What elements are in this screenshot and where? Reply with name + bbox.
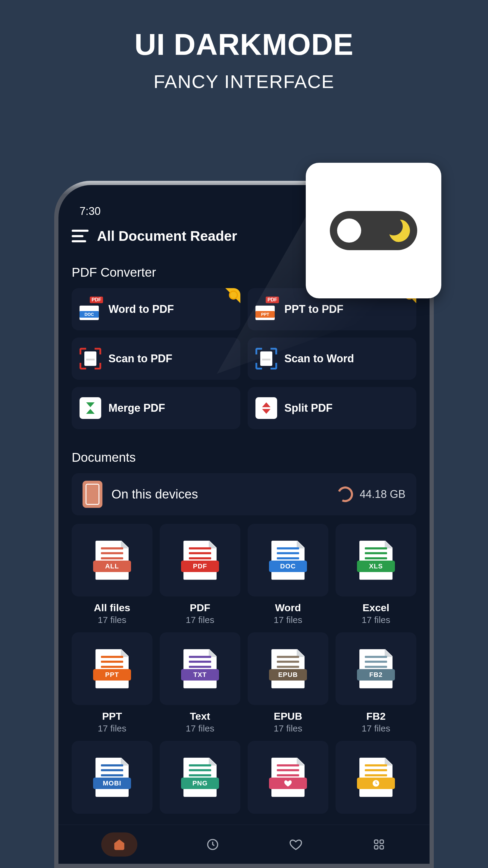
doc-name: EPUB [274,710,302,722]
doc-type-DOC[interactable]: DOCWord17 files [248,524,328,625]
device-storage-card[interactable]: On this devices 44.18 GB [72,473,416,516]
converter-label: Word to PDF [108,303,174,315]
doc-tile: PPT [72,632,153,705]
file-icon [359,758,392,797]
svg-rect-6 [380,845,384,849]
converter-label: Split PDF [284,402,332,414]
converter-card-split-pdf[interactable]: Split PDF [248,387,416,429]
premium-coin-icon [229,290,238,300]
menu-icon[interactable] [72,230,89,242]
device-icon [83,481,102,508]
doc-name: PDF [190,602,210,614]
documents-section-title: Documents [72,450,416,465]
device-label: On this devices [111,487,198,501]
file-icon: ALL [96,541,129,580]
doc-tile: PNG [160,741,240,813]
nav-home[interactable] [101,832,137,857]
doc-type-TXT[interactable]: TXTText17 files [160,632,240,734]
doc-name: PPT [102,710,122,722]
converter-card-scan-to-pdf[interactable]: Scan to PDF [72,338,240,380]
svg-rect-3 [375,840,378,844]
doc-count: 17 files [98,615,126,625]
doc-tile [248,741,328,813]
doc-name: Word [275,602,301,614]
file-icon: TXT [184,649,217,688]
doc-tile [335,741,416,813]
bottom-nav [59,825,429,864]
file-icon: FB2 [359,649,392,688]
darkmode-toggle[interactable] [330,211,417,250]
storage-ring-icon [335,484,355,504]
doc-type-MOBI[interactable]: MOBI [72,741,153,813]
doc-name: FB2 [366,710,386,722]
converter-label: PPT to PDF [284,303,344,315]
converter-card-scan-to-word[interactable]: Scan to Word [248,338,416,380]
nav-favorite[interactable] [288,837,304,852]
converter-card-merge-pdf[interactable]: Merge PDF [72,387,240,429]
storage-value: 44.18 GB [360,488,405,501]
nav-tools[interactable] [371,837,387,852]
doc-count: 17 files [273,615,302,625]
doc-name: All files [94,602,130,614]
doc-count: 17 files [98,723,126,734]
doc-count: 17 files [186,615,214,625]
file-icon: MOBI [96,758,129,797]
darkmode-toggle-card [306,163,441,299]
doc-count: 17 files [273,723,302,734]
heart-icon [288,837,304,852]
svg-point-1 [119,844,121,846]
doc-tile: FB2 [335,632,416,705]
nav-recent[interactable] [205,837,221,852]
doc-type-ALL[interactable]: ALLAll files17 files [72,524,153,625]
file-icon [271,758,304,797]
doc-tile: EPUB [248,632,328,705]
svg-rect-5 [375,845,378,849]
hero-subtitle: FANCY INTERFACE [0,71,488,92]
doc-type-XLS[interactable]: XLSExcel17 files [335,524,416,625]
converter-card-word-to-pdf[interactable]: DOCPDFWord to PDF [72,288,240,330]
doc-type-clock[interactable] [335,741,416,813]
doc-count: 17 files [361,615,390,625]
doc-name: Excel [363,602,390,614]
doc-type-PPT[interactable]: PPTPPT17 files [72,632,153,734]
doc-type-EPUB[interactable]: EPUBEPUB17 files [248,632,328,734]
doc-tile: XLS [335,524,416,596]
file-icon: DOC [271,541,304,580]
doc-tile: ALL [72,524,153,596]
doc-type-PDF[interactable]: PDFPDF17 files [160,524,240,625]
dark-mode-icon [387,219,410,242]
doc-type-heart[interactable] [248,741,328,813]
converter-label: Scan to Word [284,352,354,365]
doc-name: Text [190,710,210,722]
doc-count: 17 files [186,723,214,734]
doc-tile: DOC [248,524,328,596]
app-title: All Document Reader [97,228,237,244]
doc-tile: PDF [160,524,240,596]
hero-title: UI DARKMODE [0,27,488,62]
converter-label: Scan to PDF [108,352,172,365]
grid-icon [371,837,387,852]
file-icon: PNG [184,758,217,797]
doc-type-PNG[interactable]: PNG [160,741,240,813]
doc-type-FB2[interactable]: FB2FB217 files [335,632,416,734]
file-icon: PDF [184,541,217,580]
doc-tile: TXT [160,632,240,705]
doc-tile: MOBI [72,741,153,813]
light-mode-icon [337,218,361,243]
clock-icon [205,837,221,852]
doc-count: 17 files [361,723,390,734]
file-icon: EPUB [271,649,304,688]
svg-rect-4 [380,840,384,844]
file-icon: PPT [96,649,129,688]
converter-label: Merge PDF [108,402,165,414]
file-icon: XLS [359,541,392,580]
